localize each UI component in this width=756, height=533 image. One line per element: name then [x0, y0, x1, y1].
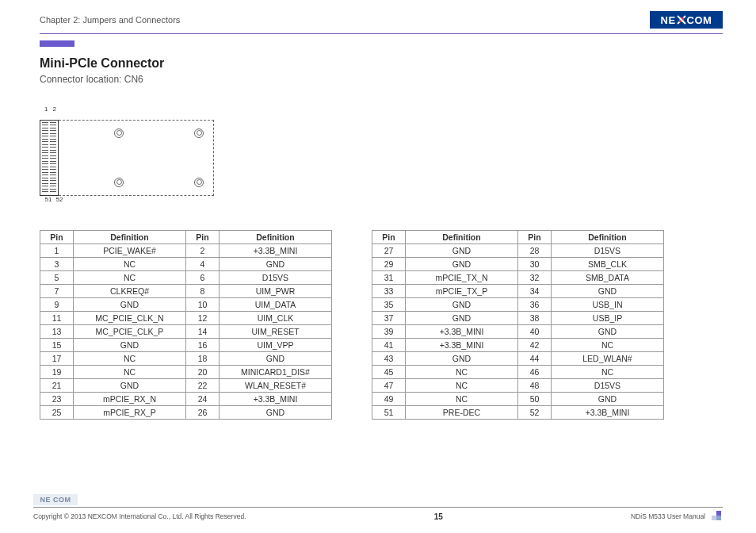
page-number: 15	[434, 512, 443, 521]
definition-cell: GND	[552, 324, 664, 338]
logo-text-right: COM	[687, 14, 712, 26]
pin-cell: 48	[518, 378, 552, 392]
table-row: 21GND22WLAN_RESET#	[40, 378, 332, 392]
board-outline-icon	[59, 120, 214, 196]
chapter-title: Chapter 2: Jumpers and Connectors	[40, 15, 180, 25]
pin-cell: 42	[518, 338, 552, 351]
pin-cell: 17	[40, 351, 74, 365]
table-row: 15GND16UIM_VPP	[40, 338, 332, 351]
pin-cell: 52	[518, 405, 552, 419]
table-row: 9GND10UIM_DATA	[40, 297, 332, 311]
pin-cell: 9	[40, 297, 74, 311]
section-subtitle: Connector location: CN6	[40, 74, 723, 85]
pin-cell: 2	[186, 243, 220, 257]
table-row: 35GND36USB_IN	[372, 297, 664, 311]
connector-diagram: 12 5152	[40, 105, 723, 203]
definition-cell: D15VS	[552, 378, 664, 392]
definition-cell: GND	[406, 257, 518, 270]
pin-cell: 7	[40, 284, 74, 297]
definition-cell: NC	[74, 365, 186, 378]
definition-cell: GND	[220, 351, 332, 365]
definition-cell: UIM_PWR	[220, 284, 332, 297]
corner-decoration-icon	[712, 511, 723, 522]
definition-cell: PCIE_WAKE#	[74, 243, 186, 257]
logo-text-left: NE	[661, 14, 676, 26]
footer-divider	[33, 507, 723, 508]
pin-cell: 21	[40, 378, 74, 392]
pin-cell: 30	[518, 257, 552, 270]
th-pin: Pin	[372, 230, 406, 243]
th-definition: Definition	[552, 230, 664, 243]
definition-cell: UIM_DATA	[220, 297, 332, 311]
pin-table-left: Pin Definition Pin Definition 1PCIE_WAKE…	[40, 230, 332, 420]
definition-cell: MINICARD1_DIS#	[220, 365, 332, 378]
definition-cell: NC	[406, 392, 518, 405]
pin-cell: 24	[186, 392, 220, 405]
definition-cell: MC_PCIE_CLK_N	[74, 311, 186, 324]
pin-label-52: 52	[54, 196, 65, 203]
table-row: 11MC_PCIE_CLK_N12UIM_CLK	[40, 311, 332, 324]
definition-cell: +3.3B_MINI	[220, 392, 332, 405]
table-row: 25mPCIE_RX_P26GND	[40, 405, 332, 419]
connector-pins-icon	[40, 120, 59, 196]
definition-cell: MC_PCIE_CLK_P	[74, 324, 186, 338]
section-title: Mini-PCIe Connector	[40, 56, 723, 71]
pin-label-1: 1	[44, 105, 52, 113]
pin-cell: 23	[40, 392, 74, 405]
definition-cell: GND	[406, 243, 518, 257]
pin-cell: 18	[186, 351, 220, 365]
definition-cell: GND	[220, 405, 332, 419]
definition-cell: UIM_CLK	[220, 311, 332, 324]
table-row: 51PRE-DEC52+3.3B_MINI	[372, 405, 664, 419]
table-row: 49NC50GND	[372, 392, 664, 405]
pin-cell: 31	[372, 270, 406, 284]
pin-table-right: Pin Definition Pin Definition 27GND28D15…	[372, 230, 664, 420]
mount-hole-icon	[114, 178, 124, 187]
pin-cell: 26	[186, 405, 220, 419]
definition-cell: GND	[74, 297, 186, 311]
definition-cell: GND	[406, 297, 518, 311]
definition-cell: NC	[406, 365, 518, 378]
pin-cell: 45	[372, 365, 406, 378]
accent-bar	[40, 40, 74, 47]
pin-cell: 27	[372, 243, 406, 257]
definition-cell: USB_IN	[552, 297, 664, 311]
pin-cell: 47	[372, 378, 406, 392]
pin-cell: 41	[372, 338, 406, 351]
table-row: 1PCIE_WAKE#2+3.3B_MINI	[40, 243, 332, 257]
table-row: 39+3.3B_MINI40GND	[372, 324, 664, 338]
definition-cell: +3.3B_MINI	[406, 338, 518, 351]
definition-cell: NC	[406, 378, 518, 392]
table-row: 43GND44LED_WLAN#	[372, 351, 664, 365]
table-row: 17NC18GND	[40, 351, 332, 365]
th-definition: Definition	[74, 230, 186, 243]
pin-cell: 40	[518, 324, 552, 338]
definition-cell: GND	[220, 257, 332, 270]
definition-cell: +3.3B_MINI	[220, 243, 332, 257]
logo-x-icon	[677, 15, 686, 25]
pin-cell: 10	[186, 297, 220, 311]
manual-name: NDiS M533 User Manual	[631, 512, 705, 520]
header-divider	[40, 33, 723, 34]
table-row: 41+3.3B_MINI42NC	[372, 338, 664, 351]
pin-cell: 11	[40, 311, 74, 324]
definition-cell: mPCIE_RX_N	[74, 392, 186, 405]
pin-cell: 4	[186, 257, 220, 270]
pin-cell: 34	[518, 284, 552, 297]
pin-label-2: 2	[52, 105, 60, 113]
definition-cell: +3.3B_MINI	[406, 324, 518, 338]
definition-cell: D15VS	[220, 270, 332, 284]
pin-cell: 33	[372, 284, 406, 297]
pin-cell: 20	[186, 365, 220, 378]
definition-cell: UIM_VPP	[220, 338, 332, 351]
definition-cell: USB_IP	[552, 311, 664, 324]
pin-cell: 19	[40, 365, 74, 378]
pin-cell: 49	[372, 392, 406, 405]
copyright-text: Copyright © 2013 NEXCOM International Co…	[33, 512, 246, 520]
pin-cell: 35	[372, 297, 406, 311]
pin-cell: 3	[40, 257, 74, 270]
definition-cell: mPCIE_RX_P	[74, 405, 186, 419]
pin-cell: 14	[186, 324, 220, 338]
table-row: 47NC48D15VS	[372, 378, 664, 392]
definition-cell: GND	[74, 378, 186, 392]
